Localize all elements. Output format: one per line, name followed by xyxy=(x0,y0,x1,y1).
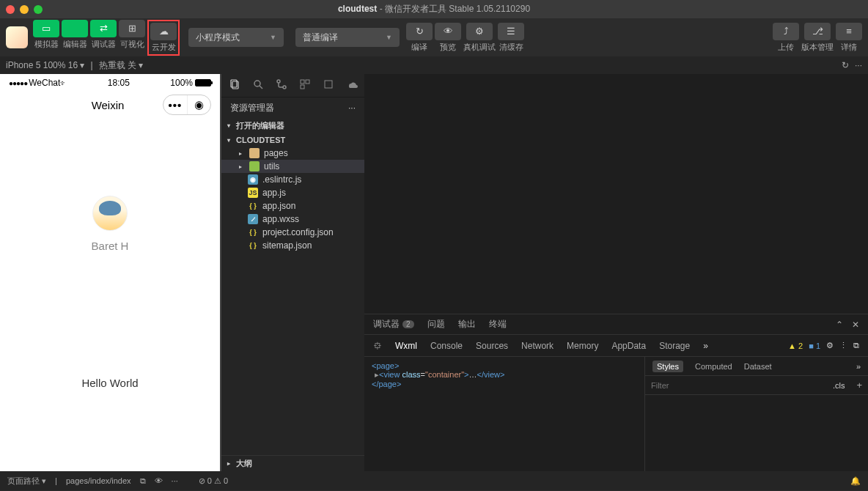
files-icon[interactable] xyxy=(229,78,240,92)
toolbar-center-3[interactable]: ☰清缓存 xyxy=(498,23,524,53)
debugger-tabs: 调试器 2问题输出终端 ⌃ ✕ xyxy=(364,314,868,335)
cloud-icon[interactable] xyxy=(346,78,358,92)
tree-item[interactable]: { }project.config.json xyxy=(221,226,364,239)
toolbar-btn-2[interactable]: ⇄调试器 xyxy=(90,20,117,56)
devtools-panel[interactable]: Sources xyxy=(476,341,508,351)
dots-icon[interactable]: ··· xyxy=(172,476,178,485)
sim-navbar: Weixin ••• ◉ xyxy=(0,92,220,118)
styles-overflow-icon[interactable]: » xyxy=(856,362,861,371)
inspect-icon[interactable]: ⯐ xyxy=(373,341,382,351)
build-icon[interactable] xyxy=(323,78,334,92)
styles-tab[interactable]: Dataset xyxy=(744,362,772,371)
search-icon[interactable] xyxy=(252,78,264,92)
wxml-tree[interactable]: <page> ▸<view class="container">…</view>… xyxy=(364,357,644,471)
device-selector[interactable]: iPhone 5 100% 16 ▾ xyxy=(6,60,84,70)
sim-time: 18:05 xyxy=(108,78,130,88)
editor-body[interactable] xyxy=(364,74,868,314)
project-section[interactable]: ▾CLOUDTEST xyxy=(221,133,364,147)
tree-item[interactable]: ⟋app.wxss xyxy=(221,213,364,226)
toolbar-center-0[interactable]: ↻编译 xyxy=(406,23,433,53)
compile-label: 普通编译 xyxy=(303,32,338,44)
copy-path-icon[interactable]: ⧉ xyxy=(140,476,146,486)
tree-item[interactable]: ▸utils xyxy=(221,160,364,173)
kebab-icon[interactable]: ⋮ xyxy=(839,341,847,350)
tree-item[interactable]: { }sitemap.json xyxy=(221,239,364,252)
svg-line-3 xyxy=(260,86,262,89)
toolbar-right-0[interactable]: ⤴上传 xyxy=(773,23,799,53)
capsule-menu-icon[interactable]: ••• xyxy=(163,95,187,114)
dock-icon[interactable]: ⧉ xyxy=(853,341,859,350)
toolbar-center-2[interactable]: ⚙真机调试 xyxy=(463,23,496,53)
toolbar-btn-3[interactable]: ⊞可视化 xyxy=(119,20,145,56)
mode-dropdown[interactable]: 小程序模式▼ xyxy=(188,28,284,47)
svg-rect-9 xyxy=(325,81,332,88)
capsule-close-icon[interactable]: ◉ xyxy=(187,95,210,114)
sim-body: Baret H Hello World xyxy=(0,118,220,471)
page-path-label[interactable]: 页面路径 ▾ xyxy=(7,476,46,487)
file-tree: ▾打开的编辑器 ▾CLOUDTEST ▸pages▸utils◉.eslintr… xyxy=(221,118,364,455)
debugger-tab[interactable]: 问题 xyxy=(427,318,445,331)
open-editors-section[interactable]: ▾打开的编辑器 xyxy=(221,118,364,133)
hotreload-selector[interactable]: 热重载 关 ▾ xyxy=(99,59,144,72)
main-toolbar: ▭模拟器编辑器⇄调试器⊞可视化☁云开发 小程序模式▼ 普通编译▼ ↻编译👁预览⚙… xyxy=(0,18,868,56)
git-icon[interactable] xyxy=(276,78,287,92)
outline-section[interactable]: ▸大纲 xyxy=(221,455,364,471)
window-controls xyxy=(6,5,43,14)
info-indicator[interactable]: ■ 1 xyxy=(809,342,820,350)
extensions-icon[interactable] xyxy=(299,78,311,92)
editor-pane: 调试器 2问题输出终端 ⌃ ✕ ⯐ WxmlConsoleSourcesNetw… xyxy=(364,74,868,471)
user-avatar xyxy=(92,196,128,231)
svg-rect-7 xyxy=(306,80,309,84)
devtools-panel[interactable]: Memory xyxy=(567,341,598,351)
debugger-close-icon[interactable]: ✕ xyxy=(852,320,859,330)
devtools-panel[interactable]: Console xyxy=(430,341,463,351)
maximize-window-button[interactable] xyxy=(34,5,43,14)
toolbar-right-1[interactable]: ⎇版本管理 xyxy=(801,23,834,53)
debugger-chevron-icon[interactable]: ⌃ xyxy=(836,320,843,330)
devtools-panel[interactable]: AppData xyxy=(611,341,646,351)
debugger-tab[interactable]: 输出 xyxy=(458,318,476,331)
toolbar-center-1[interactable]: 👁预览 xyxy=(435,23,461,53)
panel-overflow-icon[interactable]: » xyxy=(703,341,708,351)
explorer-icon-tabs xyxy=(221,74,364,97)
devtools-panel[interactable]: Network xyxy=(521,341,553,351)
devtools-panel[interactable]: Storage xyxy=(659,341,690,351)
styles-pane: StylesComputedDataset» .cls + xyxy=(644,357,868,471)
explorer-pane: 资源管理器 ··· ▾打开的编辑器 ▾CLOUDTEST ▸pages▸util… xyxy=(221,74,364,471)
minimize-window-button[interactable] xyxy=(20,5,29,14)
svg-point-2 xyxy=(254,81,260,86)
styles-tab[interactable]: Computed xyxy=(695,362,732,371)
add-style-button[interactable]: + xyxy=(850,380,868,391)
close-window-button[interactable] xyxy=(6,5,15,14)
tree-item[interactable]: { }app.json xyxy=(221,199,364,213)
styles-tab[interactable]: Styles xyxy=(652,361,683,372)
cls-toggle[interactable]: .cls xyxy=(827,381,851,390)
toolbar-right-2[interactable]: ≡详情 xyxy=(836,23,862,53)
toolbar-btn-0[interactable]: ▭模拟器 xyxy=(33,20,59,56)
devtools-panel[interactable]: Wxml xyxy=(395,341,417,351)
toolbar-btn-4[interactable]: ☁云开发 xyxy=(147,20,180,56)
debugger-tab[interactable]: 终端 xyxy=(489,318,507,331)
styles-filter-input[interactable] xyxy=(645,381,827,390)
page-path-value[interactable]: pages/index/index xyxy=(66,476,131,485)
tree-item[interactable]: ▸pages xyxy=(221,147,364,160)
tree-item[interactable]: JSapp.js xyxy=(221,186,364,199)
svg-point-5 xyxy=(283,86,286,89)
more-icon[interactable]: ··· xyxy=(855,60,862,70)
refresh-icon[interactable]: ↻ xyxy=(842,60,849,70)
tree-item[interactable]: ◉.eslintrc.js xyxy=(221,173,364,186)
window-title: cloudtest - 微信开发者工具 Stable 1.05.2110290 xyxy=(338,3,530,15)
explorer-more-icon[interactable]: ··· xyxy=(348,103,356,113)
gear-icon[interactable]: ⚙ xyxy=(826,341,834,350)
sim-title: Weixin xyxy=(92,99,125,111)
toolbar-btn-1[interactable]: 编辑器 xyxy=(62,20,88,56)
sim-status-bar: ●●●●●WeChatᯤ 18:05 100% xyxy=(0,74,220,92)
debugger-tab[interactable]: 调试器 2 xyxy=(373,318,414,331)
svg-rect-6 xyxy=(301,80,304,84)
bell-icon[interactable]: 🔔 xyxy=(850,476,861,486)
warn-indicator[interactable]: ▲ 2 xyxy=(788,342,803,350)
eye-icon[interactable]: 👁 xyxy=(155,476,163,485)
compile-dropdown[interactable]: 普通编译▼ xyxy=(295,28,400,47)
titlebar: cloudtest - 微信开发者工具 Stable 1.05.2110290 xyxy=(0,0,868,18)
svg-rect-8 xyxy=(301,85,304,89)
